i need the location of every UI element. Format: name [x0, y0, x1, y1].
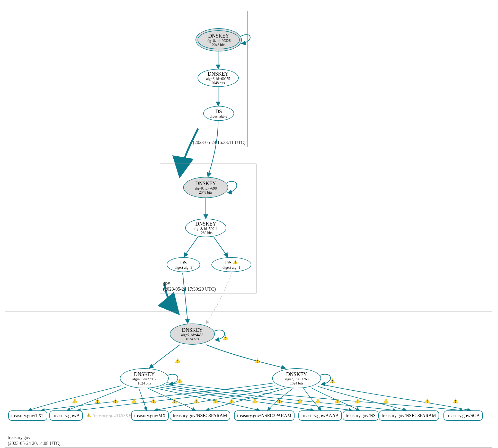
node-sub: alg=7, id=31769 [285, 377, 309, 381]
warning-icon [223, 335, 228, 341]
gov-ds-alg1: DS digest alg=1 [211, 257, 251, 272]
rr-label: treasury.gov/MX [134, 413, 166, 418]
svg-rect-18 [115, 400, 116, 402]
node-title: DNSKEY [286, 371, 307, 377]
node-sub: alg=8, id=20326 [207, 39, 231, 43]
node-sub: 2048 bits [211, 81, 225, 85]
svg-rect-17 [97, 402, 98, 402]
svg-rect-43 [358, 402, 358, 402]
zone-name: . [193, 134, 194, 139]
node-title: DNSKEY [195, 181, 216, 186]
rr-dnskey-greyed: treasury.gov/DNSKEY [84, 411, 137, 420]
svg-rect-1 [235, 263, 236, 264]
svg-rect-7 [177, 362, 178, 362]
svg-rect-26 [196, 400, 197, 402]
warning-icon [172, 398, 177, 404]
warning-icon [330, 378, 335, 384]
warning-icon [255, 358, 260, 364]
zone-root-label: . (2023-05-24 16:33:11 UTC) [193, 134, 245, 145]
node-sub: alg=8, id=60955 [206, 77, 230, 81]
root-zsk-dnskey: DNSKEY alg=8, id=60955 2048 bits [198, 69, 239, 87]
svg-rect-40 [337, 400, 337, 402]
gov-ksk-dnskey: DNSKEY alg=8, id=7698 2048 bits [183, 177, 228, 198]
warning-icon [131, 398, 137, 404]
svg-rect-6 [177, 360, 178, 362]
zone-gov-label: gov (2023-05-24 17:30:29 UTC) [163, 280, 216, 292]
zone-timestamp: (2023-05-24 16:33:11 UTC) [193, 140, 245, 145]
svg-rect-15 [75, 402, 75, 402]
rr-ns: treasury.gov/NS [343, 410, 379, 421]
node-sub: digest alg=2 [175, 266, 192, 270]
warning-icon [113, 398, 118, 404]
svg-rect-33 [255, 402, 255, 402]
node-sub: alg=7, id=27992 [132, 377, 156, 381]
treasury-zsk-27992: DNSKEY alg=7, id=27992 1024 bits [120, 368, 169, 388]
svg-rect-39 [318, 402, 318, 402]
warning-icon [355, 398, 361, 404]
warning-icon [150, 398, 156, 404]
warning-icon [233, 260, 238, 265]
node-title: DS [215, 109, 222, 114]
rr-a: treasury.gov/A [49, 410, 83, 421]
warning-icon [177, 378, 183, 384]
svg-rect-22 [153, 400, 154, 402]
rr-nsec3param-2: treasury.gov/NSEC3PARAM [234, 410, 295, 421]
warning-icon [334, 398, 340, 404]
zone-timestamp: (2023-05-24 20:14:08 UTC) [8, 441, 60, 446]
rr-nsec3param-1: treasury.gov/NSEC3PARAM [170, 410, 230, 421]
warning-icon [297, 398, 303, 404]
svg-rect-42 [358, 400, 358, 402]
rr-label: treasury.gov/NS [346, 413, 376, 418]
warning-icon [424, 398, 430, 404]
node-sub: digest alg=1 [223, 266, 240, 270]
svg-rect-13 [332, 382, 333, 382]
svg-rect-8 [257, 360, 258, 362]
rr-label: treasury.gov/NSEC3PARAM [382, 413, 436, 418]
node-sub: 1024 bits [186, 337, 199, 341]
dnssec-chain-diagram: { "colors": { "teal": "#0b7b8e", "grey_f… [0, 0, 498, 448]
root-ksk-dnskey: DNSKEY alg=8, id=20326 2048 bits [195, 28, 242, 51]
warning-icon [383, 398, 389, 404]
svg-rect-12 [332, 380, 333, 382]
svg-rect-14 [75, 400, 75, 402]
warning-icon [72, 398, 78, 404]
svg-rect-20 [134, 400, 134, 402]
zone-treasury-label: treasury.gov (2023-05-24 20:14:08 UTC) [8, 435, 60, 446]
node-sub: 1024 bits [138, 381, 151, 386]
node-sub: digest alg=2 [210, 114, 228, 119]
zone-name: gov [163, 281, 170, 286]
svg-rect-47 [427, 402, 428, 402]
node-title: DNSKEY [208, 33, 229, 39]
rr-label: treasury.gov/NSEC3PARAM [173, 413, 227, 418]
node-sub: 2048 bits [212, 43, 225, 47]
rr-label: treasury.gov/A [52, 413, 80, 418]
svg-rect-24 [174, 400, 175, 402]
svg-rect-41 [337, 402, 337, 402]
node-title: DNSKEY [134, 371, 155, 377]
zone-name: treasury.gov [8, 435, 30, 440]
warning-icon [193, 398, 199, 404]
svg-rect-2 [88, 414, 89, 416]
svg-rect-34 [279, 400, 280, 402]
node-sub: 2048 bits [199, 191, 212, 195]
node-sub: 1024 bits [290, 381, 303, 386]
rr-aaaa: treasury.gov/AAAA [298, 410, 342, 421]
rr-soa: treasury.gov/SOA [443, 410, 483, 421]
svg-rect-19 [115, 402, 116, 402]
svg-rect-30 [232, 400, 232, 402]
svg-rect-21 [134, 402, 134, 402]
svg-rect-44 [386, 400, 386, 402]
rr-label: treasury.gov/SOA [447, 413, 480, 418]
treasury-zsk-31769: DNSKEY alg=7, id=31769 1024 bits [272, 368, 321, 388]
treasury-ksk-dnskey: DNSKEY alg=7, id=4458 1024 bits [170, 324, 215, 345]
svg-rect-9 [257, 362, 258, 362]
svg-rect-38 [318, 400, 318, 402]
svg-rect-23 [153, 402, 154, 402]
node-title: DNSKEY [195, 221, 216, 227]
rr-label: treasury.gov/NSEC3PARAM [237, 413, 291, 418]
node-sub: alg=8, id=7698 [195, 186, 217, 191]
rr-label: treasury.gov/DNSKEY [93, 413, 134, 418]
node-sub: alg=8, id=50011 [194, 227, 218, 231]
gov-zsk-dnskey: DNSKEY alg=8, id=50011 1280 bits [185, 219, 226, 237]
svg-rect-5 [225, 339, 226, 339]
